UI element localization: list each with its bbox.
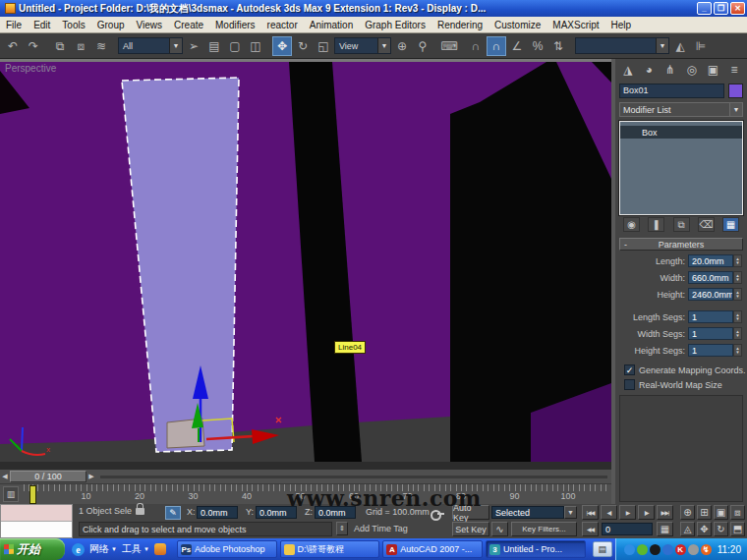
parameters-rollout-header[interactable]: - Parameters (619, 238, 743, 251)
minimize-button[interactable]: _ (697, 2, 712, 15)
menu-item-edit[interactable]: Edit (28, 17, 56, 32)
task-button[interactable]: AAutoCAD 2007 -... (382, 540, 483, 558)
select-and-scale-icon[interactable]: ◱ (314, 36, 333, 56)
menu-item-help[interactable]: Help (605, 17, 638, 32)
window-crossing-icon[interactable]: ◫ (246, 36, 265, 56)
selection-lock-icon[interactable] (136, 508, 144, 515)
spinner-icon[interactable]: ▲▼ (733, 254, 742, 267)
remove-modifier-icon[interactable]: ⌫ (698, 217, 715, 232)
menu-item-reactor[interactable]: reactor (261, 17, 304, 32)
menu-item-customize[interactable]: Customize (488, 17, 546, 32)
height-segs-field[interactable]: 1 (688, 344, 733, 357)
task-button[interactable]: D:\骄哥教程 (280, 540, 380, 558)
rectangular-selection-icon[interactable]: ▢ (225, 36, 245, 56)
configure-modifier-sets-icon[interactable]: ▦ (722, 217, 739, 232)
chevron-down-icon[interactable]: ▼ (377, 38, 390, 53)
flashget-icon[interactable]: ↯ (701, 544, 712, 555)
menu-item-graph-editors[interactable]: Graph Editors (359, 17, 431, 32)
zoom-extents-icon[interactable]: ▣ (714, 505, 728, 520)
key-step-icon[interactable]: ◀◀ (582, 522, 599, 536)
make-unique-icon[interactable]: ⧉ (673, 217, 690, 232)
internet-explorer-icon[interactable]: e (72, 543, 85, 556)
current-frame-marker[interactable] (29, 485, 36, 504)
menu-item-create[interactable]: Create (168, 17, 209, 32)
thunder-icon[interactable] (624, 544, 635, 555)
go-to-end-icon[interactable]: ▶▶| (657, 505, 673, 520)
angle-snap-icon[interactable]: ∠ (507, 36, 527, 56)
modifier-list-dropdown[interactable]: Modifier List (619, 102, 729, 117)
menu-item-animation[interactable]: Animation (304, 17, 359, 32)
maximize-button[interactable]: ❐ (714, 2, 728, 15)
stack-item-box[interactable]: Box (620, 126, 742, 139)
select-by-name-icon[interactable]: ▤ (204, 36, 224, 56)
menu-item-modifiers[interactable]: Modifiers (209, 17, 261, 32)
task-button[interactable]: 3Untitled - Pro... (486, 540, 586, 558)
pan-icon[interactable]: ✥ (697, 522, 712, 536)
time-slider[interactable]: 0 / 100 (10, 471, 86, 482)
clock[interactable]: 11:20 (718, 544, 741, 555)
spinner-snap-icon[interactable]: ⇅ (548, 36, 568, 56)
spinner-icon[interactable]: ▲▼ (733, 271, 742, 284)
menu-item-group[interactable]: Group (91, 17, 131, 32)
play-icon[interactable]: ▶ (619, 505, 636, 520)
width-field[interactable]: 660.0mm (688, 271, 733, 284)
motion-tab-icon[interactable]: ◎ (682, 61, 701, 79)
selection-filter-dropdown[interactable]: All ▼ (118, 37, 183, 54)
align-icon[interactable]: ⊫ (691, 36, 711, 56)
perspective-viewport[interactable]: x (0, 59, 611, 470)
utilities-tab-icon[interactable]: ≡ (725, 61, 744, 79)
modifier-stack[interactable]: Box (619, 121, 743, 215)
unlink-icon[interactable]: ⧈ (71, 36, 90, 56)
bind-spacewarp-icon[interactable]: ≋ (91, 36, 111, 56)
frame-forward-icon[interactable]: ▶ (86, 471, 96, 482)
spinner-icon[interactable]: ▲▼ (733, 327, 742, 340)
menu-item-rendering[interactable]: Rendering (431, 17, 488, 32)
select-link-icon[interactable]: ⧉ (50, 36, 70, 56)
snap-toggle-3d-icon[interactable]: ∩ (487, 36, 506, 56)
create-tab-icon[interactable]: ◮ (618, 61, 637, 79)
length-field[interactable]: 20.0mm (688, 254, 733, 267)
object-color-swatch[interactable] (728, 84, 743, 98)
spinner-icon[interactable]: ▲▼ (733, 310, 742, 323)
select-object-icon[interactable]: ➢ (184, 36, 203, 56)
absolute-offset-toggle-icon[interactable]: ✎ (165, 506, 181, 520)
object-name-field[interactable]: Box01 (619, 84, 724, 98)
chevron-down-icon[interactable]: ▼ (656, 38, 668, 53)
mirror-icon[interactable]: ◭ (670, 36, 690, 56)
chevron-down-icon[interactable]: ▼ (564, 506, 577, 519)
modify-tab-icon[interactable]: ◕ (640, 61, 659, 79)
key-filters-button[interactable]: Key Filters... (511, 522, 577, 536)
chevron-down-icon[interactable]: ▼ (729, 102, 743, 117)
min-max-toggle-icon[interactable]: ⬒ (730, 522, 745, 536)
qq-icon[interactable] (650, 544, 661, 555)
display-tab-icon[interactable]: ▣ (704, 61, 722, 79)
named-selection-set-dropdown[interactable]: ▼ (575, 37, 669, 54)
gray-icon[interactable] (688, 544, 699, 555)
task-button[interactable]: PsAdobe Photoshop (177, 540, 277, 558)
undo-icon[interactable]: ↶ (3, 36, 23, 56)
select-and-manipulate-icon[interactable]: ⚲ (413, 36, 432, 56)
kingsoft-icon[interactable]: K (675, 544, 686, 555)
real-world-checkbox[interactable] (624, 379, 635, 390)
zoom-extents-all-icon[interactable]: ⧈ (730, 505, 745, 520)
zoom-all-icon[interactable]: ⊞ (697, 505, 712, 520)
menu-item-views[interactable]: Views (131, 17, 169, 32)
current-frame-field[interactable]: 0 (602, 523, 653, 535)
quick-launch-tools[interactable]: 工具▼ (122, 542, 149, 556)
select-and-rotate-icon[interactable]: ↻ (293, 36, 313, 56)
key-mode-dropdown[interactable]: Selected (491, 506, 564, 519)
previous-frame-icon[interactable]: ◀| (601, 505, 617, 520)
maxscript-mini-listener[interactable] (0, 504, 73, 538)
use-pivot-point-icon[interactable]: ⊕ (392, 36, 412, 56)
communicator-icon[interactable]: ⇕ (336, 522, 348, 535)
pin-stack-icon[interactable]: ◉ (623, 217, 640, 232)
start-button[interactable]: 开始 (0, 538, 65, 560)
open-mini-curve-editor-icon[interactable]: ▥ (3, 486, 19, 502)
zoom-icon[interactable]: ⊕ (680, 505, 695, 520)
height-field[interactable]: 2460.0mm (688, 288, 733, 301)
x-coordinate-field[interactable]: 0.0mm (197, 506, 238, 519)
close-button[interactable]: ✕ (730, 2, 745, 15)
set-key-button[interactable]: Set Key (452, 522, 489, 536)
redo-icon[interactable]: ↷ (24, 36, 43, 56)
select-and-move-icon[interactable]: ✥ (272, 36, 292, 56)
